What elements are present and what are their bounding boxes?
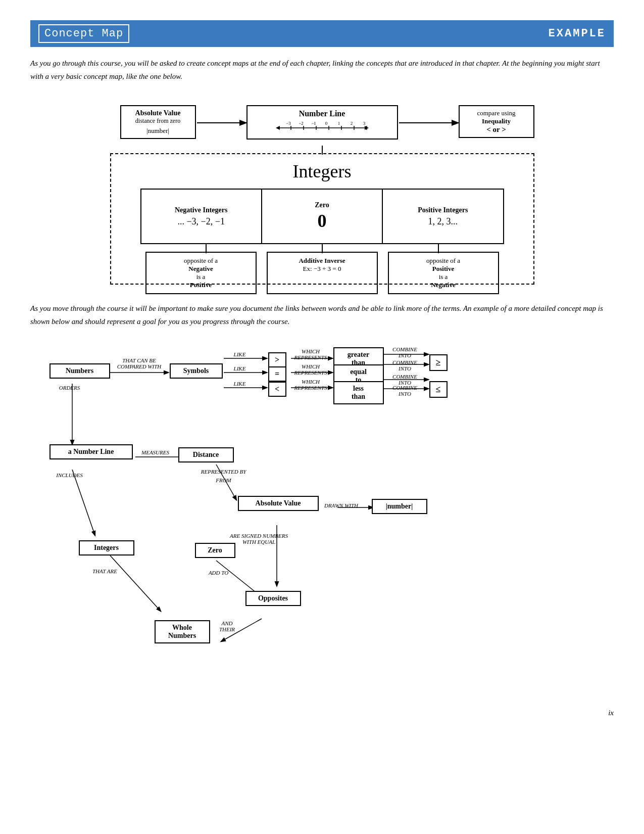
which-rep-3: WHICHREPRESENTS [292,379,330,391]
concept-map-2: Numbers THAT CAN BE COMPARED WITH Symbol… [44,343,600,707]
abs-value-formula: |number| [126,127,190,135]
number-line-box-2: a Number Line [49,444,133,459]
positive-opposite-box: opposite of a Positive is a Negative [388,252,499,294]
b1-line2: is a [196,273,206,281]
b1-bold2: Positive [190,281,212,289]
from-label: FROM [211,477,236,483]
neg-title: Negative Integers [175,206,228,214]
orders-label: ORDERS [55,385,85,391]
intro-paragraph: As you go through this course, you will … [30,57,614,83]
concept-map-1: Absolute Value distance from zero |numbe… [105,95,539,287]
integers-title: Integers [110,161,534,182]
that-can-be-label: THAT CAN BE COMPARED WITH [114,357,165,369]
abs-value-sub: distance from zero [126,117,190,125]
inequality-sym: < or > [465,125,528,134]
and-their-label: ANDTHEIR [212,620,242,632]
svg-line-36 [72,470,95,535]
pos-title: Positive Integers [418,206,468,214]
number-line-svg: −3 −2 −1 0 1 2 3 [272,120,373,135]
lte-symbol: ≤ [429,381,448,398]
header-bar: Concept Map EXAMPLE [30,20,614,47]
combine-2a: COMBINEINTO [385,374,425,386]
zero-title: Zero [315,201,329,209]
opposites-box: Opposites [245,591,301,606]
combine-1b: COMBINEINTO [385,359,425,372]
which-rep-1: WHICHREPRESENTS [292,348,330,360]
symbols-label: Symbols [183,367,209,375]
integers-box-2: Integers [79,540,134,555]
gte-symbol: ≥ [429,354,448,371]
b3-line1: opposite of a [426,257,460,264]
numbers-label: Numbers [66,367,93,375]
add-to-label: ADD TO [204,570,234,576]
represented-by-label: REPRESENTED BY [201,469,246,475]
measures-label: MEASURES [135,449,176,455]
b2-line2: Ex: −3 + 3 = 0 [303,265,341,272]
combine-2b: COMBINEINTO [385,385,425,397]
cm2-connectors [44,343,600,707]
pos-val: 1, 2, 3... [428,216,458,227]
abs-value-box-2: Absolute Value [238,496,319,511]
number-line-box: Number Line −3 −2 −1 0 1 2 3 [246,105,398,140]
b1-bold1: Negative [188,265,213,272]
svg-text:3: 3 [363,121,365,126]
includes-label: INCLUDES [52,472,87,478]
svg-line-39 [110,555,161,611]
lt-symbol: < [268,382,286,397]
distance-box: Distance [178,447,234,462]
abs-value-title: Absolute Value [126,109,190,117]
like-label-3: LIKE [227,381,253,387]
zero-col: Zero 0 [262,190,383,243]
abs-value-box: Absolute Value distance from zero |numbe… [120,105,196,139]
b3-bold2: Negative [431,281,455,289]
bottom-boxes-row: opposite of a Negative is a Positive Add… [140,252,504,294]
svg-text:0: 0 [325,121,327,126]
numbers-box: Numbers [49,363,110,379]
number-line-title: Number Line [253,109,392,118]
like-label-1: LIKE [227,351,253,357]
b1-line1: opposite of a [184,257,218,264]
whole-numbers-box: Whole Numbers [155,620,210,643]
eq-symbol: = [268,366,286,382]
negative-integers-col: Negative Integers ... −3, −2, −1 [141,190,262,243]
additive-inverse-box: Additive Inverse Ex: −3 + 3 = 0 [267,252,378,294]
abs-formula-box: |number| [372,499,427,514]
positive-integers-col: Positive Integers 1, 2, 3... [383,190,503,243]
page-number: ix [608,709,614,717]
neg-val: ... −3, −2, −1 [177,216,224,227]
example-label: EXAMPLE [549,27,606,40]
negative-opposite-box: opposite of a Negative is a Positive [145,252,257,294]
svg-text:−1: −1 [311,121,316,126]
drawn-with-label: DRAWN WITH [321,502,362,508]
symbols-box: Symbols [170,363,223,379]
svg-text:2: 2 [350,121,353,126]
svg-text:−2: −2 [299,121,304,126]
b3-line2: is a [439,273,448,281]
b3-bold1: Positive [432,265,454,272]
gt-symbol: > [268,352,286,367]
svg-text:−3: −3 [286,121,291,126]
zero-val: 0 [317,210,326,231]
concept-map-title: Concept Map [38,24,129,43]
less-than-box: lessthan [333,381,384,404]
svg-text:1: 1 [337,121,340,126]
inequality-bold: Inequality [465,117,528,125]
zero-box-2: Zero [195,543,235,558]
are-signed-label: ARE SIGNED NUMBERSWITH EQUAL [226,533,292,545]
integers-inner-box: Negative Integers ... −3, −2, −1 Zero 0 … [140,189,504,244]
second-paragraph: As you move through the course it will b… [30,302,614,328]
that-are-label: THAT ARE [90,568,120,574]
like-label-2: LIKE [227,365,253,372]
inequality-line1: compare using [465,109,528,117]
inequality-box: compare using Inequality < or > [459,105,534,138]
svg-marker-7 [276,126,280,130]
combine-1a: COMBINEINTO [385,346,425,358]
which-rep-2: WHICHREPRESENTS [292,363,330,376]
b2-bold1: Additive Inverse [299,257,345,264]
